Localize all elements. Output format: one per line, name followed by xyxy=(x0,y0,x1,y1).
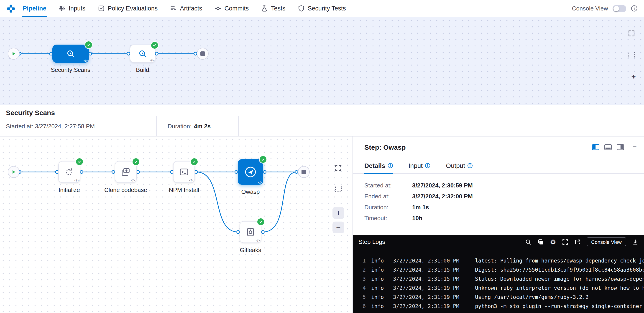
step-marquee-select-button[interactable] xyxy=(335,186,342,192)
harness-logo[interactable] xyxy=(6,4,16,13)
log-message: python3 -m sto_plugin --run-strategy sin… xyxy=(475,302,642,311)
log-level: info xyxy=(371,274,387,284)
info-icon[interactable] xyxy=(631,5,638,12)
log-timestamp: 3/27/2024, 2:31:19 PM xyxy=(393,284,462,293)
open-in-new-icon[interactable] xyxy=(574,239,581,245)
tab-security-tests[interactable]: Security Tests xyxy=(298,0,346,17)
code-step-glyph: </> xyxy=(84,59,88,62)
layout-bottom-pane-icon[interactable] xyxy=(604,144,612,150)
tab-commits-label: Commits xyxy=(224,5,249,12)
copy-icon[interactable] xyxy=(538,239,544,245)
stage-zoom-out-button[interactable]: − xyxy=(631,88,636,96)
layout-right-pane-icon[interactable] xyxy=(616,144,624,150)
step-fullscreen-button[interactable] xyxy=(335,165,342,172)
code-step-glyph: </> xyxy=(258,181,262,184)
step-logs-header: Step Logs ⚙ Console View xyxy=(353,235,644,249)
detail-row: Started at: 3/27/2024, 2:30:59 PM xyxy=(364,180,644,191)
step-logs-body: 1 info 3/27/2024, 2:31:00 PM latest: Pul… xyxy=(353,249,644,311)
tab-tests-label: Tests xyxy=(271,5,285,12)
log-level: info xyxy=(371,256,387,265)
tab-output[interactable]: Output xyxy=(446,162,473,173)
step-details-panel: Step: Owasp − Details xyxy=(353,136,644,313)
tab-commits[interactable]: Commits xyxy=(214,0,249,17)
step-details-table: Started at: 3/27/2024, 2:30:59 PM Ended … xyxy=(353,174,644,235)
collapse-panel-button[interactable]: − xyxy=(632,143,637,151)
success-badge xyxy=(260,156,266,163)
search-icon[interactable] xyxy=(525,239,532,245)
tab-details[interactable]: Details xyxy=(364,162,393,173)
minus-icon: − xyxy=(336,224,341,231)
log-level: info xyxy=(371,302,387,311)
detail-row: Ended at: 3/27/2024, 2:32:00 PM xyxy=(364,191,644,202)
console-view-button[interactable]: Console View xyxy=(586,238,626,246)
detail-label: Started at: xyxy=(364,180,412,191)
log-line: 3 info 3/27/2024, 2:31:15 PM Status: Dow… xyxy=(358,274,644,284)
step-node-initialize[interactable]: </> xyxy=(58,161,80,183)
step-logs-title: Step Logs xyxy=(358,238,385,245)
settings-gear-icon[interactable]: ⚙ xyxy=(550,238,556,245)
step-node-gitleaks[interactable]: </> xyxy=(240,221,262,243)
stage-end-node[interactable] xyxy=(197,48,208,60)
duration-value: 4m 2s xyxy=(194,123,211,129)
stage-start-node[interactable] xyxy=(8,48,20,60)
tab-details-label: Details xyxy=(364,162,385,169)
tab-input[interactable]: Input xyxy=(408,162,430,173)
fullscreen-icon[interactable] xyxy=(562,239,568,245)
step-node-owasp[interactable]: </> xyxy=(238,159,263,185)
stage-info-bar: Security Scans Started at: 3/27/2024, 2:… xyxy=(0,105,644,136)
layout-left-pane-icon[interactable] xyxy=(592,144,599,150)
download-icon[interactable] xyxy=(632,239,638,245)
tab-tests[interactable]: Tests xyxy=(261,0,285,17)
panel-layout-controls: − xyxy=(592,143,637,151)
log-line-number: 4 xyxy=(358,284,366,293)
policy-evaluations-icon xyxy=(98,5,104,12)
detail-value: 3/27/2024, 2:32:00 PM xyxy=(412,191,473,202)
log-message: Using /usr/local/rvm/gems/ruby-3.2.2 xyxy=(475,293,589,302)
step-node-clone-codebase[interactable]: </> xyxy=(115,161,137,183)
nav-tabs: Pipeline Inputs Policy Evaluations Artif… xyxy=(23,0,346,17)
log-line: 5 info 3/27/2024, 2:31:19 PM Using /usr/… xyxy=(358,293,644,302)
step-start-node[interactable] xyxy=(8,166,20,178)
detail-label: Timeout: xyxy=(364,213,412,224)
detail-label: Ended at: xyxy=(364,191,412,202)
log-message: Status: Downloaded newer image for harne… xyxy=(475,274,644,284)
tab-output-label: Output xyxy=(446,162,465,169)
tab-artifacts-label: Artifacts xyxy=(180,5,202,12)
stage-zoom-in-button[interactable]: + xyxy=(631,73,636,80)
code-step-glyph: </> xyxy=(131,179,135,182)
stage-fullscreen-button[interactable] xyxy=(628,30,635,37)
log-line-number: 6 xyxy=(358,302,366,311)
step-panel-title: Step: Owasp xyxy=(364,143,406,151)
tab-policy-evaluations[interactable]: Policy Evaluations xyxy=(98,0,158,17)
stage-graph-canvas[interactable]: </> Security Scans </> Build + − xyxy=(0,17,644,105)
log-timestamp: 3/27/2024, 2:31:19 PM xyxy=(393,302,462,311)
step-graph-canvas[interactable]: </> Initialize </> Clone codebase </> NP… xyxy=(0,136,353,313)
stage-node-security-scans[interactable]: </> xyxy=(52,44,89,63)
console-view-toggle[interactable] xyxy=(612,5,626,12)
stage-node-build[interactable]: </> xyxy=(130,44,155,63)
initialize-sync-icon xyxy=(64,167,74,177)
step-end-node[interactable] xyxy=(298,166,310,178)
commits-icon xyxy=(214,5,221,12)
step-node-label: Owasp xyxy=(214,188,287,195)
tab-artifacts[interactable]: Artifacts xyxy=(170,0,202,17)
log-line-number: 1 xyxy=(358,256,366,265)
step-zoom-in-button[interactable]: + xyxy=(332,207,344,219)
log-line-number: 5 xyxy=(358,293,366,302)
clone-codebase-icon xyxy=(121,167,131,177)
step-panel-tabs: Details Input Output xyxy=(353,157,644,174)
step-node-npm-install[interactable]: </> xyxy=(173,161,195,183)
tab-pipeline[interactable]: Pipeline xyxy=(23,0,46,17)
success-badge xyxy=(76,158,83,165)
code-step-glyph: </> xyxy=(150,59,154,62)
tab-inputs[interactable]: Inputs xyxy=(59,0,86,17)
step-zoom-out-button[interactable]: − xyxy=(332,222,344,233)
plus-icon: + xyxy=(336,209,341,217)
console-view-label: Console View xyxy=(572,5,608,12)
detail-value: 3/27/2024, 2:30:59 PM xyxy=(412,180,473,191)
detail-value: 10h xyxy=(412,213,422,224)
log-timestamp: 3/27/2024, 2:31:19 PM xyxy=(393,293,462,302)
stage-marquee-select-button[interactable] xyxy=(628,52,635,58)
detail-label: Duration: xyxy=(364,202,412,213)
step-panel-header: Step: Owasp − xyxy=(353,136,644,157)
